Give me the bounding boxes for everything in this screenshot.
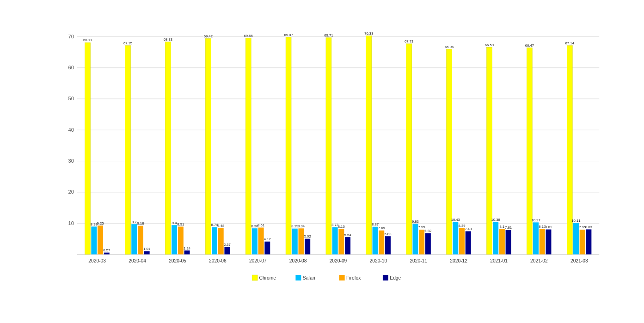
svg-text:2020-03: 2020-03 [88, 258, 106, 263]
svg-rect-80 [373, 227, 378, 255]
svg-text:67.14: 67.14 [565, 41, 575, 45]
svg-text:8.36: 8.36 [251, 224, 258, 228]
svg-text:67.71: 67.71 [405, 39, 413, 43]
svg-rect-127 [580, 230, 585, 255]
svg-rect-71 [332, 227, 338, 255]
svg-text:68.11: 68.11 [83, 38, 92, 43]
svg-text:5.83: 5.83 [384, 232, 391, 236]
svg-text:40: 40 [68, 127, 74, 133]
svg-rect-102 [466, 231, 471, 254]
svg-text:50: 50 [68, 96, 74, 101]
svg-rect-125 [573, 223, 579, 254]
svg-text:1.24: 1.24 [184, 246, 191, 250]
svg-rect-48 [224, 247, 230, 254]
svg-rect-96 [447, 49, 452, 255]
svg-rect-39 [184, 250, 190, 254]
svg-rect-134 [295, 275, 301, 280]
svg-rect-37 [178, 226, 184, 254]
svg-text:1.01: 1.01 [143, 247, 150, 251]
svg-text:8.39: 8.39 [458, 224, 465, 228]
svg-text:66.47: 66.47 [525, 43, 534, 48]
svg-rect-118 [540, 229, 545, 254]
svg-text:9.25: 9.25 [97, 221, 104, 225]
svg-rect-33 [165, 42, 171, 255]
svg-text:2020-10: 2020-10 [370, 258, 387, 263]
svg-text:10.27: 10.27 [531, 218, 540, 222]
svg-text:8.1: 8.1 [500, 225, 505, 229]
svg-rect-64 [298, 228, 304, 254]
svg-text:6.82: 6.82 [424, 229, 431, 233]
svg-text:10.38: 10.38 [491, 218, 500, 222]
svg-rect-62 [292, 229, 298, 255]
svg-rect-19 [98, 225, 103, 254]
svg-rect-91 [419, 230, 424, 255]
svg-text:Chrome: Chrome [259, 275, 276, 280]
svg-rect-57 [264, 242, 270, 255]
svg-text:4.12: 4.12 [264, 237, 271, 241]
svg-rect-17 [91, 226, 97, 254]
svg-text:20: 20 [68, 189, 74, 195]
svg-text:5.54: 5.54 [344, 233, 352, 237]
svg-text:60: 60 [68, 65, 74, 70]
svg-rect-21 [104, 253, 110, 255]
svg-rect-44 [212, 227, 217, 255]
svg-text:69.55: 69.55 [244, 34, 253, 38]
svg-rect-129 [586, 229, 591, 254]
svg-text:2021-02: 2021-02 [530, 258, 548, 263]
svg-rect-89 [412, 224, 418, 254]
svg-rect-73 [338, 229, 344, 255]
svg-rect-109 [499, 229, 505, 255]
svg-text:7.69: 7.69 [378, 226, 385, 230]
svg-text:8.91: 8.91 [177, 222, 184, 226]
svg-rect-69 [326, 37, 331, 254]
svg-text:8.01: 8.01 [545, 225, 552, 229]
svg-rect-120 [546, 230, 551, 255]
svg-text:9.18: 9.18 [137, 221, 144, 225]
svg-text:69.71: 69.71 [324, 33, 333, 37]
svg-text:2021-03: 2021-03 [570, 258, 588, 263]
svg-text:70: 70 [68, 34, 74, 39]
svg-text:8.48: 8.48 [217, 224, 224, 228]
svg-text:7.95: 7.95 [418, 225, 425, 229]
svg-rect-111 [506, 230, 511, 255]
svg-rect-15 [85, 43, 91, 254]
svg-text:2020-09: 2020-09 [330, 258, 347, 263]
svg-text:7.95: 7.95 [579, 225, 586, 229]
svg-rect-78 [366, 36, 372, 254]
svg-text:2.37: 2.37 [224, 243, 231, 247]
svg-text:67.15: 67.15 [123, 41, 132, 45]
svg-rect-136 [339, 275, 345, 280]
svg-rect-98 [453, 222, 458, 254]
svg-text:69.87: 69.87 [284, 33, 293, 37]
svg-text:8.73: 8.73 [331, 223, 338, 227]
svg-text:8.17: 8.17 [539, 225, 546, 229]
svg-text:8.15: 8.15 [338, 225, 345, 229]
svg-rect-35 [172, 225, 177, 254]
svg-text:8.03: 8.03 [585, 225, 592, 229]
svg-rect-123 [567, 46, 572, 255]
svg-rect-42 [205, 38, 211, 254]
svg-rect-107 [493, 222, 498, 255]
svg-text:8.34: 8.34 [298, 224, 305, 228]
svg-text:2020-04: 2020-04 [129, 258, 146, 263]
chart-container: 1020304050607068.118.939.250.572020-0367… [0, 0, 644, 323]
svg-rect-132 [252, 275, 258, 280]
svg-rect-28 [138, 226, 143, 255]
svg-rect-60 [286, 37, 291, 254]
svg-rect-93 [425, 233, 431, 255]
svg-rect-55 [258, 228, 264, 255]
svg-text:2020-06: 2020-06 [209, 258, 227, 263]
svg-text:69.42: 69.42 [204, 34, 213, 38]
svg-rect-84 [385, 236, 391, 254]
svg-text:8.93: 8.93 [91, 222, 98, 226]
svg-rect-82 [379, 231, 384, 255]
svg-text:68.33: 68.33 [164, 37, 172, 42]
svg-text:2020-08: 2020-08 [289, 258, 307, 263]
svg-text:Firefox: Firefox [346, 275, 361, 280]
svg-rect-46 [218, 228, 224, 254]
svg-text:70.33: 70.33 [364, 31, 373, 36]
svg-rect-30 [144, 251, 150, 255]
svg-rect-87 [406, 44, 412, 255]
svg-rect-51 [245, 38, 251, 254]
svg-text:9.7: 9.7 [132, 220, 137, 224]
